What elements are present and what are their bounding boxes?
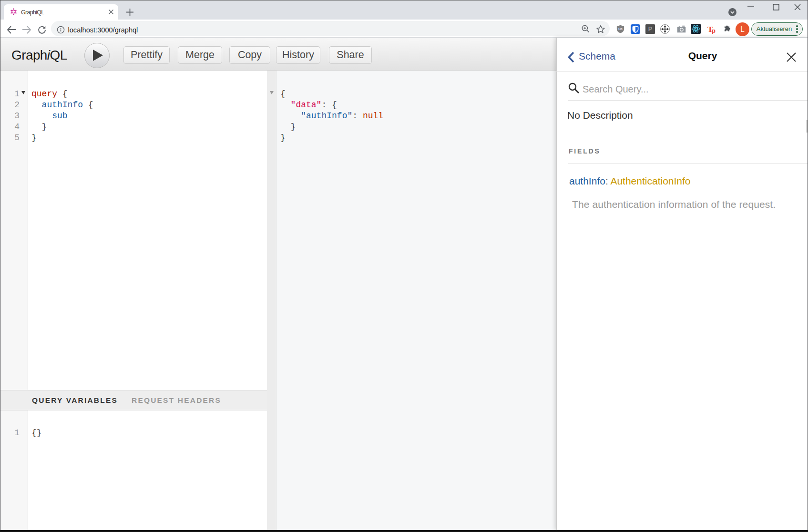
- svg-text:P: P: [648, 26, 652, 32]
- svg-text:p: p: [712, 27, 716, 34]
- svg-text:UO: UO: [618, 28, 623, 31]
